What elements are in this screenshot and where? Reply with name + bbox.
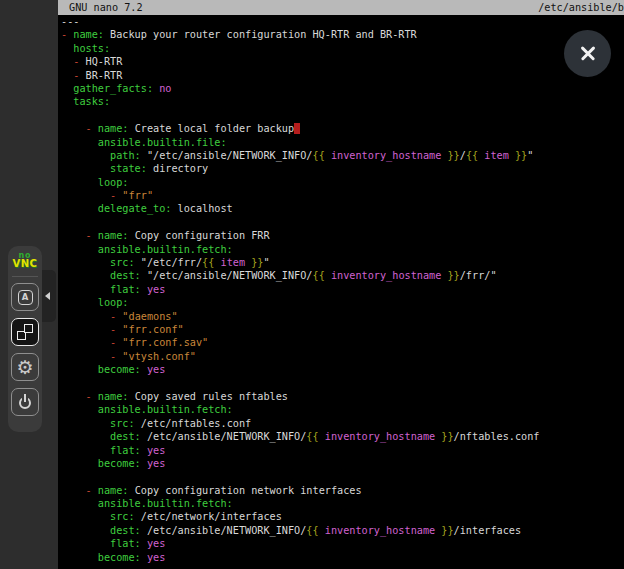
settings-button[interactable]: ⚙ xyxy=(11,353,39,381)
editor-line: flat: yes xyxy=(61,283,624,296)
editor-line: - BR-RTR xyxy=(61,69,624,82)
editor-line: src: /etc/nftables.conf xyxy=(61,417,624,430)
editor-line: ansible.builtin.fetch: xyxy=(61,243,624,256)
vnc-screen: GNU nano 7.2 /etc/ansible/b ---- name: B… xyxy=(0,0,624,569)
novnc-control-bar: no VNC A ⚙ xyxy=(8,246,42,432)
keyboard-a-icon: A xyxy=(18,290,33,305)
editor-line: ansible.builtin.fetch: xyxy=(61,403,624,416)
editor-line: dest: "/etc/ansible/NETWORK_INFO/{{ inve… xyxy=(61,269,624,282)
editor-line: - "vtysh.conf" xyxy=(61,350,624,363)
editor-line: - name: Create local folder backup xyxy=(61,122,624,135)
close-button[interactable] xyxy=(564,30,611,77)
editor-line: become: yes xyxy=(61,363,624,376)
editor-line: loop: xyxy=(61,296,624,309)
terminal-window[interactable]: GNU nano 7.2 /etc/ansible/b ---- name: B… xyxy=(58,0,624,569)
novnc-logo-bottom: VNC xyxy=(13,260,38,268)
sidebar-divider xyxy=(12,276,38,277)
editor-line: - "frr" xyxy=(61,189,624,202)
editor-line: dest: /etc/ansible/NETWORK_INFO/{{ inven… xyxy=(61,524,624,537)
editor-line: become: yes xyxy=(61,457,624,470)
nano-editor[interactable]: ---- name: Backup your router configurat… xyxy=(58,15,624,569)
gear-icon: ⚙ xyxy=(16,358,33,377)
fullscreen-button[interactable] xyxy=(11,318,39,346)
editor-line: src: "/etc/frr/{{ item }}" xyxy=(61,256,624,269)
editor-line: ansible.builtin.fetch: xyxy=(61,497,624,510)
editor-line: - name: Copy configuration FRR xyxy=(61,229,624,242)
disconnect-button[interactable] xyxy=(11,388,39,416)
editor-line: - name: Backup your router configuration… xyxy=(61,28,624,41)
editor-line: - HQ-RTR xyxy=(61,55,624,68)
editor-line: --- xyxy=(61,15,624,28)
extra-keys-button[interactable]: A xyxy=(11,283,39,311)
editor-line: flat: yes xyxy=(61,444,624,457)
editor-line: dest: /etc/ansible/NETWORK_INFO/{{ inven… xyxy=(61,430,624,443)
editor-line: become: yes xyxy=(61,551,624,564)
editor-line: ansible.builtin.file: xyxy=(61,136,624,149)
editor-line xyxy=(61,109,624,122)
text-cursor xyxy=(294,123,300,134)
power-icon xyxy=(17,394,33,410)
editor-line: src: /etc/network/interfaces xyxy=(61,510,624,523)
editor-line: hosts: xyxy=(61,42,624,55)
editor-line xyxy=(61,377,624,390)
editor-line: state: directory xyxy=(61,162,624,175)
editor-line: - "frr.conf.sav" xyxy=(61,336,624,349)
editor-line: path: "/etc/ansible/NETWORK_INFO/{{ inve… xyxy=(61,149,624,162)
editor-line: - "frr.conf" xyxy=(61,323,624,336)
nano-app-title: GNU nano 7.2 xyxy=(69,0,143,15)
editor-line: gather_facts: no xyxy=(61,82,624,95)
nano-file-path: /etc/ansible/b xyxy=(538,0,624,15)
chevron-left-icon xyxy=(45,292,50,300)
novnc-logo: no VNC xyxy=(13,252,38,268)
editor-line: flat: yes xyxy=(61,537,624,550)
editor-line xyxy=(61,470,624,483)
editor-line: loop: xyxy=(61,176,624,189)
editor-line: - name: Copy configuration network inter… xyxy=(61,484,624,497)
editor-line: delegate_to: localhost xyxy=(61,202,624,215)
editor-line: tasks: xyxy=(61,95,624,108)
control-bar-handle[interactable] xyxy=(42,270,56,322)
editor-line xyxy=(61,216,624,229)
nano-titlebar: GNU nano 7.2 /etc/ansible/b xyxy=(58,0,624,15)
editor-line: - name: Copy saved rules nftables xyxy=(61,390,624,403)
editor-line: - "daemons" xyxy=(61,310,624,323)
fullscreen-icon xyxy=(17,324,33,340)
